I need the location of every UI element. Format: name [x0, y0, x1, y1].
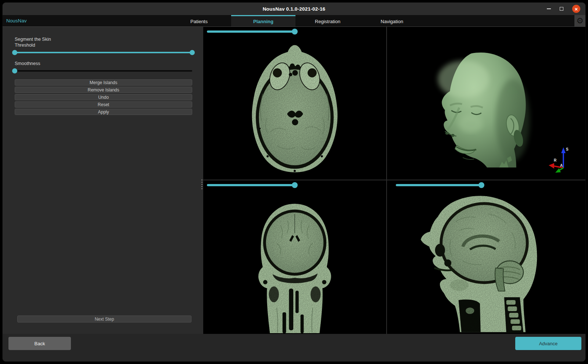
tab-patients[interactable]: Patients	[167, 15, 231, 26]
segmentation-panel: Segment the Skin Threshold Smoothness Me…	[3, 27, 203, 334]
maximize-icon[interactable]	[560, 7, 563, 11]
titlebar[interactable]: NousNav 0.1.0-2021-02-16 ×	[3, 3, 585, 15]
smoothness-handle[interactable]	[12, 68, 17, 73]
remove-islands-button[interactable]: Remove Islands	[15, 87, 192, 93]
settings-button[interactable]: ⚙	[574, 15, 585, 26]
content-area: Segment the Skin Threshold Smoothness Me…	[3, 27, 585, 334]
apply-button[interactable]: Apply	[15, 109, 192, 115]
main-tabs: Patients Planning Registration Navigatio…	[167, 15, 424, 26]
viewport-3d[interactable]: S R A	[387, 27, 585, 180]
reset-button[interactable]: Reset	[15, 101, 192, 108]
axis-right-arrow	[549, 163, 554, 169]
axis-superior-arrow	[561, 147, 566, 153]
axis-right-label: R	[554, 158, 557, 162]
minimize-icon[interactable]	[547, 8, 551, 9]
threshold-high-handle[interactable]	[190, 50, 195, 55]
sagittal-slider-handle[interactable]	[478, 182, 484, 188]
viewport-sagittal[interactable]	[387, 180, 585, 334]
axial-slider-handle[interactable]	[292, 29, 298, 35]
footer-bar: Back Advance	[3, 334, 585, 361]
coronal-slice-image	[252, 200, 338, 334]
threshold-track[interactable]	[15, 52, 191, 53]
advance-button[interactable]: Advance	[515, 337, 581, 350]
tab-registration[interactable]: Registration	[295, 15, 360, 26]
gear-icon: ⚙	[576, 17, 584, 25]
back-button[interactable]: Back	[8, 337, 71, 350]
coronal-slice-slider[interactable]	[207, 182, 383, 188]
viewport-coronal[interactable]	[203, 180, 386, 334]
axial-slice-image	[246, 42, 344, 174]
orientation-axes: S R A	[546, 144, 569, 174]
panel-spacer	[15, 115, 192, 316]
threshold-low-handle[interactable]	[12, 50, 17, 55]
axial-slider-fill	[207, 30, 295, 33]
axial-slice-slider[interactable]	[207, 28, 383, 35]
tab-navigation[interactable]: Navigation	[360, 15, 424, 26]
sagittal-slice-image	[416, 193, 541, 334]
axis-anterior-label: A	[560, 163, 563, 167]
axis-superior-label: S	[566, 147, 569, 151]
sagittal-slider-fill	[396, 184, 481, 186]
app-brand: NousNav	[6, 15, 27, 26]
app-window: NousNav 0.1.0-2021-02-16 × NousNav Patie…	[2, 2, 586, 362]
3d-head-render	[417, 47, 538, 168]
undo-button[interactable]: Undo	[15, 94, 192, 100]
sagittal-slice-slider[interactable]	[396, 182, 578, 188]
tab-planning[interactable]: Planning	[231, 15, 295, 26]
viewport-axial[interactable]	[203, 27, 386, 180]
smoothness-slider[interactable]	[15, 68, 192, 73]
coronal-slider-handle[interactable]	[292, 182, 298, 188]
window-title: NousNav 0.1.0-2021-02-16	[263, 6, 326, 12]
close-icon[interactable]: ×	[572, 5, 580, 13]
merge-islands-button[interactable]: Merge Islands	[15, 79, 192, 86]
smoothness-track[interactable]	[15, 70, 192, 72]
coronal-slider-fill	[207, 184, 295, 186]
panel-heading: Segment the Skin	[15, 36, 192, 42]
window-controls: ×	[547, 3, 580, 15]
viewport-grid: S R A	[203, 27, 585, 334]
smoothness-label: Smoothness	[15, 61, 192, 66]
threshold-range-slider[interactable]	[15, 50, 192, 55]
splitter-grip[interactable]	[201, 179, 203, 189]
main-navbar: NousNav Patients Planning Registration N…	[3, 15, 585, 27]
island-tools: Merge Islands Remove Islands Undo Reset …	[15, 79, 192, 115]
next-step-button[interactable]: Next Step	[17, 316, 191, 322]
threshold-label: Threshold	[15, 42, 192, 48]
